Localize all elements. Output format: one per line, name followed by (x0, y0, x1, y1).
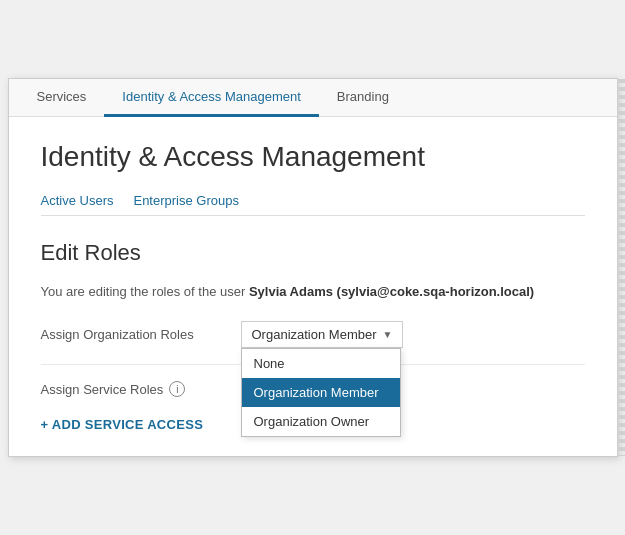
edit-info-user: Sylvia Adams (sylvia@coke.sqa-horizon.lo… (249, 284, 534, 299)
tab-iam[interactable]: Identity & Access Management (104, 79, 318, 117)
assign-org-roles-row: Assign Organization Roles Organization M… (41, 321, 585, 348)
assign-org-roles-label: Assign Organization Roles (41, 321, 241, 342)
dropdown-option-org-owner[interactable]: Organization Owner (242, 407, 400, 436)
sub-tab-enterprise-groups[interactable]: Enterprise Groups (133, 187, 239, 216)
org-roles-selected-value: Organization Member (252, 327, 377, 342)
sub-tabs: Active Users Enterprise Groups (41, 187, 585, 216)
main-content: Identity & Access Management Active User… (9, 117, 617, 456)
dropdown-option-none[interactable]: None (242, 349, 400, 378)
section-title: Edit Roles (41, 240, 585, 266)
sub-tab-active-users[interactable]: Active Users (41, 187, 114, 216)
app-window: Services Identity & Access Management Br… (8, 78, 618, 457)
tab-branding[interactable]: Branding (319, 79, 407, 117)
edit-info-prefix: You are editing the roles of the user (41, 284, 249, 299)
org-roles-dropdown[interactable]: Organization Member ▼ None Organization … (241, 321, 404, 348)
edit-info: You are editing the roles of the user Sy… (41, 284, 585, 299)
assign-service-roles-label: Assign Service Roles (41, 382, 164, 397)
org-roles-dropdown-trigger[interactable]: Organization Member ▼ (241, 321, 404, 348)
info-icon[interactable]: i (169, 381, 185, 397)
chevron-down-icon: ▼ (383, 329, 393, 340)
nav-tabs: Services Identity & Access Management Br… (9, 79, 617, 117)
page-title: Identity & Access Management (41, 141, 585, 173)
dropdown-option-org-member[interactable]: Organization Member (242, 378, 400, 407)
tab-services[interactable]: Services (19, 79, 105, 117)
org-roles-dropdown-menu: None Organization Member Organization Ow… (241, 348, 401, 437)
